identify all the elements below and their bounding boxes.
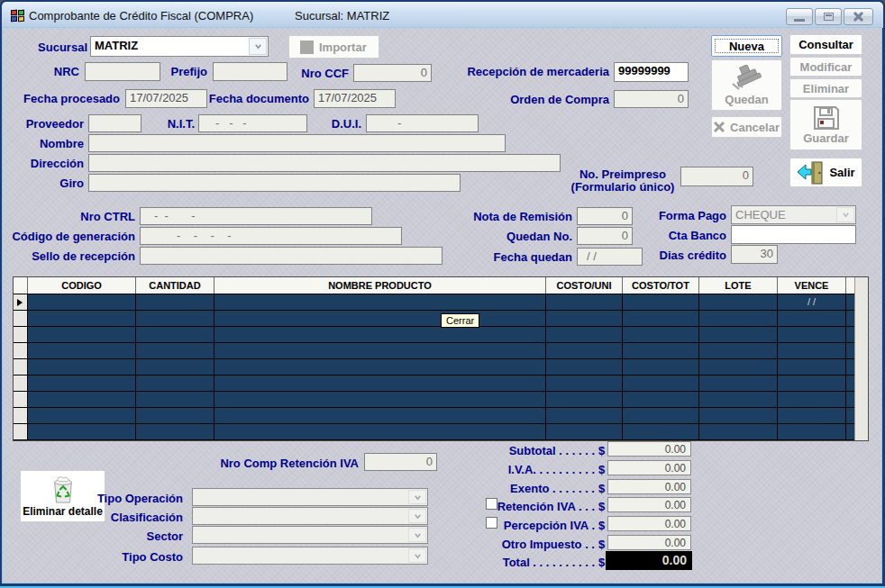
grid-cell[interactable] [136,294,214,311]
grid-cell[interactable] [28,327,136,343]
grid-cell[interactable] [546,359,623,375]
clasificacion-combobox[interactable] [192,507,428,525]
nro-ctrl-field[interactable]: - - - [140,207,372,225]
grid-cell[interactable] [699,311,778,327]
grid-cell[interactable] [623,408,699,424]
grid-cell[interactable] [623,311,699,327]
retencion-iva-field[interactable]: 0.00 [607,497,691,512]
grid-cell[interactable] [623,424,699,440]
no-preimpreso-field[interactable]: 0 [680,167,753,186]
grid-cell[interactable] [623,359,699,375]
grid-cell[interactable] [546,375,623,392]
percepcion-iva-field[interactable]: 0.00 [607,516,691,531]
grid-cell[interactable] [214,424,546,440]
exento-field[interactable]: 0.00 [607,479,691,494]
grid-cell[interactable] [28,294,136,311]
nota-remision-field[interactable]: 0 [577,207,633,225]
forma-pago-dropdown-button[interactable] [836,207,854,222]
tipo-operacion-dropdown-button[interactable] [408,490,426,504]
grid-cell[interactable] [778,408,846,424]
fecha-procesado-field[interactable]: 17/07/2025 [125,89,207,108]
cta-banco-field[interactable] [731,225,856,244]
grid-cell[interactable] [623,343,699,359]
dui-field[interactable]: - [366,114,479,132]
grid-cell[interactable] [699,343,778,359]
grid-cell[interactable] [214,311,546,327]
orden-compra-field[interactable]: 0 [614,90,689,108]
grid-cell[interactable] [136,327,214,343]
grid-cell[interactable] [136,343,214,359]
table-row[interactable] [14,359,868,375]
grid-cell[interactable] [699,327,778,343]
grid-cell[interactable] [699,392,778,408]
quedan-no-field[interactable]: 0 [577,227,633,245]
grid-vertical-scrollbar[interactable] [854,277,868,440]
grid-cell[interactable] [699,359,778,375]
grid-column-header-nombre-producto[interactable]: NOMBRE PRODUCTO [214,277,546,294]
fecha-documento-field[interactable]: 17/07/2025 [314,89,396,108]
title-bar[interactable]: Comprobante de Crédito Fiscal (COMPRA) S… [2,2,883,28]
grid-cell[interactable] [778,424,846,440]
salir-button[interactable]: Salir [789,158,862,187]
grid-column-header-lote[interactable]: LOTE [699,277,778,294]
minimize-button[interactable] [786,8,813,25]
guardar-button[interactable]: Guardar [789,99,862,150]
quedan-button[interactable]: Quedan [711,59,782,111]
grid-cell[interactable] [136,408,214,424]
importar-button[interactable]: Importar [288,35,379,59]
grid-cell[interactable] [28,424,136,440]
grid-column-header-costo-uni[interactable]: COSTO/UNI [546,277,623,294]
grid-cell[interactable] [546,392,623,408]
fecha-quedan-field[interactable]: / / [577,248,643,266]
grid-cell[interactable] [28,375,136,392]
grid-cell[interactable] [623,294,699,311]
nro-comp-retencion-field[interactable]: 0 [364,453,437,471]
close-button[interactable] [844,8,873,25]
recepcion-mercaderia-field[interactable]: 99999999 [614,62,689,82]
giro-field[interactable] [88,174,461,192]
direccion-field[interactable] [88,154,561,172]
retencion-iva-checkbox[interactable] [486,498,497,510]
grid-cell[interactable] [778,359,846,375]
grid-cell[interactable] [214,392,546,408]
table-row[interactable] [14,392,868,408]
tipo-costo-dropdown-button[interactable] [408,548,426,563]
grid-cell[interactable] [214,359,546,375]
grid-cell[interactable] [136,375,214,392]
grid-cell[interactable] [136,392,214,408]
grid-cell[interactable] [778,327,846,343]
grid-cell[interactable] [623,392,699,408]
iva-field[interactable]: 0.00 [607,460,691,475]
table-row[interactable] [14,375,868,392]
grid-cell[interactable] [214,327,546,343]
grid-cell[interactable] [214,408,546,424]
tipo-operacion-combobox[interactable] [192,488,428,506]
grid-cell[interactable] [214,294,546,311]
sucursal-dropdown-button[interactable] [249,38,267,55]
grid-cell[interactable] [28,343,136,359]
grid-cell[interactable] [546,408,623,424]
grid-cell[interactable] [778,392,846,408]
grid-cell[interactable] [136,311,214,327]
tipo-costo-combobox[interactable] [192,547,428,565]
codigo-generacion-field[interactable]: - - - - [140,227,402,245]
sucursal-combobox[interactable]: MATRIZ [90,36,269,57]
grid-cell[interactable] [623,327,699,343]
nombre-field[interactable] [88,134,506,152]
nro-ccf-field[interactable]: 0 [353,64,432,82]
grid-cell[interactable] [136,359,214,375]
subtotal-field[interactable]: 0.00 [607,441,691,457]
grid-column-header-vence[interactable]: VENCE [778,277,846,294]
table-row[interactable] [14,343,868,359]
grid-cell[interactable] [546,343,623,359]
grid-cell[interactable] [28,408,136,424]
sector-combobox[interactable] [192,526,428,544]
percepcion-iva-checkbox[interactable] [486,517,497,529]
grid-cell[interactable] [214,375,546,392]
grid-column-header-cantidad[interactable]: CANTIDAD [136,277,214,294]
grid-cell[interactable]: / / [778,294,846,311]
grid-cell[interactable] [778,343,846,359]
grid-cell[interactable] [778,375,846,392]
grid-cell[interactable] [778,311,846,327]
sector-dropdown-button[interactable] [408,528,426,542]
